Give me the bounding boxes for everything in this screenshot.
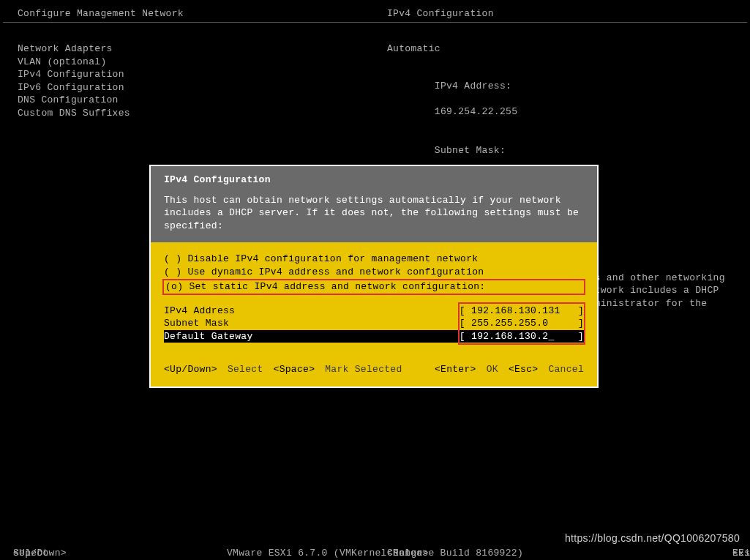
info-address-value: 169.254.22.255 [435, 106, 517, 117]
header-title-left: Configure Management Network [18, 7, 184, 20]
menu-item[interactable]: IPv6 Configuration [18, 81, 130, 94]
highlight-values-box [458, 302, 585, 346]
info-address-label: IPv4 Address: [435, 81, 511, 92]
hint-enter-key: <Enter> [435, 363, 476, 376]
radio-static-ipv4[interactable]: (o) Set static IPv4 address and network … [165, 280, 582, 294]
dialog-description: This host can obtain network settings au… [164, 194, 584, 233]
info-mask-label: Subnet Mask: [435, 145, 506, 156]
field-label: Default Gateway [164, 330, 253, 343]
radio-disable-ipv4[interactable]: ( ) Disable IPv4 configuration for manag… [151, 253, 597, 266]
info-automatic: Automatic [387, 42, 732, 56]
hint-space-action: Mark Selected [325, 363, 402, 376]
menu-item[interactable]: Custom DNS Suffixes [18, 107, 130, 120]
hint-esc-key: <Esc> [509, 363, 539, 376]
menu-item[interactable]: VLAN (optional) [18, 56, 130, 69]
menu-item[interactable]: Network Adapters [18, 42, 130, 56]
header: Configure Management Network IPv4 Config… [3, 3, 747, 23]
menu: Network Adapters VLAN (optional) IPv4 Co… [18, 42, 130, 119]
build-info: VMware ESXi 6.7.0 (VMKernel Release Buil… [0, 547, 750, 560]
hint-space-key: <Space> [274, 363, 315, 376]
cancel-button[interactable]: Cancel [548, 363, 584, 376]
field-label: Subnet Mask [164, 317, 229, 330]
watermark: https://blog.csdn.net/QQ1006207580 [565, 531, 740, 545]
radio-dynamic-ipv4[interactable]: ( ) Use dynamic IPv4 address and network… [151, 266, 597, 279]
menu-item[interactable]: DNS Configuration [18, 94, 130, 107]
hint-updown-key: <Up/Down> [164, 363, 217, 376]
ok-button[interactable]: OK [487, 363, 498, 376]
hint-updown-action: Select [228, 363, 263, 376]
field-label: IPv4 Address [164, 305, 235, 318]
header-title-right: IPv4 Configuration [387, 7, 494, 20]
dialog-title: IPv4 Configuration [164, 173, 584, 187]
ipv4-config-dialog: IPv4 Configuration This host can obtain … [149, 165, 599, 388]
menu-item[interactable]: IPv4 Configuration [18, 68, 130, 81]
